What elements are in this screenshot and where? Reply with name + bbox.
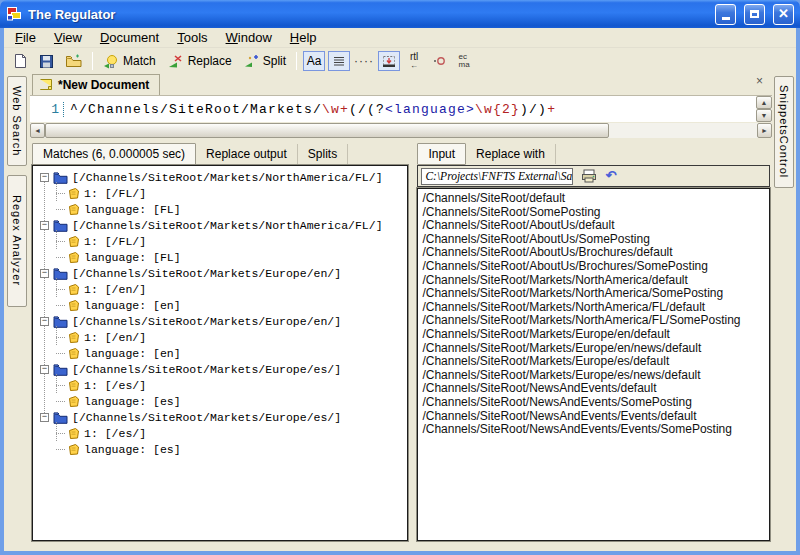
singleline-toggle[interactable]: ···· [353, 51, 375, 71]
match-row[interactable]: − [/Channels/SiteRoot/Markets/Europe/es/… [36, 361, 407, 377]
input-text-area[interactable]: /Channels/SiteRoot/default/Channels/Site… [417, 188, 770, 541]
capture-row[interactable]: language: [en] [56, 297, 407, 313]
right-tab-strip: SnippetsControl [772, 74, 796, 551]
input-tab-1[interactable]: Replace with [466, 144, 556, 164]
input-line: /Channels/SiteRoot/Markets/NorthAmerica/… [422, 286, 769, 300]
undo-icon[interactable]: ↶ [605, 170, 616, 182]
close-button[interactable]: ✕ [773, 4, 794, 25]
document-tab[interactable]: *New Document [32, 74, 160, 95]
match-row[interactable]: − [/Channels/SiteRoot/Markets/NorthAmeri… [36, 169, 407, 185]
regex-editor[interactable]: 1 ^/Channels/SiteRoot/Markets/\w+(/(?<la… [30, 96, 756, 122]
matches-tree-panel[interactable]: − [/Channels/SiteRoot/Markets/NorthAmeri… [32, 165, 408, 541]
editor-row: 1 ^/Channels/SiteRoot/Markets/\w+(/(?<la… [30, 96, 772, 122]
input-line: /Channels/SiteRoot/Markets/NorthAmerica/… [422, 313, 769, 327]
regex-segment: + [547, 102, 556, 117]
menu-item-document[interactable]: Document [91, 28, 168, 48]
match-button[interactable]: Match [98, 50, 161, 72]
scroll-right-icon[interactable]: ► [757, 123, 772, 138]
match-row[interactable]: − [/Channels/SiteRoot/Markets/Europe/en/… [36, 265, 407, 281]
scroll-down-icon[interactable]: ▼ [756, 109, 772, 122]
save-button[interactable] [34, 50, 59, 72]
menu-item-help[interactable]: Help [281, 28, 326, 48]
new-document-button[interactable] [8, 50, 33, 72]
menu-item-file[interactable]: File [6, 28, 45, 48]
results-pane: Matches (6, 0.000005 sec)Replace outputS… [30, 143, 408, 541]
menu-item-tools[interactable]: Tools [168, 28, 216, 48]
editor-horizontal-scrollbar[interactable]: ◄ ► [30, 123, 772, 138]
highlight-matches-toggle[interactable] [378, 51, 400, 71]
match-row[interactable]: − [/Channels/SiteRoot/Markets/NorthAmeri… [36, 217, 407, 233]
tab-snippets-control[interactable]: SnippetsControl [774, 76, 794, 188]
input-file-path-field[interactable]: C:\Projects\FNFTS External\Sample [421, 168, 573, 185]
capture-row[interactable]: language: [es] [56, 393, 407, 409]
compact-toggle[interactable] [428, 51, 450, 71]
results-tab-0[interactable]: Matches (6, 0.000005 sec) [32, 143, 196, 165]
capture-row[interactable]: language: [es] [56, 441, 407, 457]
app-icon [6, 6, 22, 22]
capture-row[interactable]: 1: [/es/] [56, 425, 407, 441]
input-line: /Channels/SiteRoot/Markets/Europe/es/new… [422, 368, 769, 382]
tag-icon [67, 283, 80, 296]
open-folder-icon [65, 54, 82, 68]
collapse-toggle-icon[interactable]: − [40, 221, 49, 230]
menu-item-window[interactable]: Window [217, 28, 281, 48]
ignore-case-toggle[interactable]: Aa [303, 51, 325, 71]
scrollbar-thumb[interactable] [45, 123, 609, 138]
rtl-arrow-icon: ← [410, 61, 418, 70]
match-row[interactable]: − [/Channels/SiteRoot/Markets/Europe/en/… [36, 313, 407, 329]
collapse-toggle-icon[interactable]: − [40, 269, 49, 278]
match-path-label: [/Channels/SiteRoot/Markets/Europe/en/] [72, 267, 341, 280]
input-line: /Channels/SiteRoot/SomePosting [422, 205, 769, 219]
collapse-toggle-icon[interactable]: − [40, 365, 49, 374]
pane-splitter[interactable] [408, 143, 417, 541]
capture-list: 1: [/es/] language: [es] [56, 425, 407, 457]
open-button[interactable] [60, 50, 87, 72]
collapse-toggle-icon[interactable]: − [40, 173, 49, 182]
scroll-up-icon[interactable]: ▲ [756, 96, 772, 109]
input-line: /Channels/SiteRoot/Markets/NorthAmerica/… [422, 273, 769, 287]
right-to-left-toggle[interactable]: rtl ← [403, 51, 425, 71]
capture-row[interactable]: language: [FL] [56, 201, 407, 217]
save-icon [39, 54, 54, 69]
multiline-toggle[interactable] [328, 51, 350, 71]
match-row[interactable]: − [/Channels/SiteRoot/Markets/Europe/es/… [36, 409, 407, 425]
menu-item-view[interactable]: View [45, 28, 91, 48]
client-area: FileViewDocumentToolsWindowHelp [4, 28, 796, 551]
input-tab-0[interactable]: Input [417, 143, 466, 165]
scrollbar-track[interactable] [609, 123, 757, 138]
capture-list: 1: [/es/] language: [es] [56, 377, 407, 409]
results-tab-1[interactable]: Replace output [196, 144, 298, 164]
capture-row[interactable]: 1: [/en/] [56, 281, 407, 297]
capture-row[interactable]: 1: [/en/] [56, 329, 407, 345]
capture-row[interactable]: language: [FL] [56, 249, 407, 265]
left-tab-strip: Web Search Regex Analyzer [4, 74, 30, 551]
editor-vertical-scrollbar[interactable]: ▲ ▼ [756, 96, 772, 122]
collapse-toggle-icon[interactable]: − [40, 413, 49, 422]
collapse-toggle-icon[interactable]: − [40, 317, 49, 326]
capture-label: 1: [/FL/] [84, 235, 146, 248]
tab-web-search[interactable]: Web Search [7, 76, 27, 166]
tag-icon [67, 235, 80, 248]
replace-button[interactable]: Replace [162, 50, 237, 72]
highlight-selection-icon [382, 55, 396, 68]
minimize-icon [722, 17, 730, 20]
capture-row[interactable]: 1: [/FL/] [56, 185, 407, 201]
document-close-icon[interactable]: × [753, 74, 766, 88]
results-tab-2[interactable]: Splits [298, 144, 348, 164]
capture-row[interactable]: language: [en] [56, 345, 407, 361]
split-button[interactable]: Split [238, 50, 291, 72]
capture-label: 1: [/en/] [84, 331, 146, 344]
tab-regex-analyzer[interactable]: Regex Analyzer [7, 175, 27, 307]
tag-icon [67, 203, 80, 216]
input-line: /Channels/SiteRoot/Markets/Europe/es/def… [422, 354, 769, 368]
folder-icon [53, 363, 68, 376]
scroll-left-icon[interactable]: ◄ [30, 123, 45, 138]
load-file-icon[interactable] [581, 169, 597, 183]
minimize-button[interactable] [715, 4, 736, 25]
capture-row[interactable]: 1: [/es/] [56, 377, 407, 393]
toolbar-separator [296, 52, 297, 70]
ecmascript-toggle[interactable]: ec ma [453, 51, 475, 71]
capture-row[interactable]: 1: [/FL/] [56, 233, 407, 249]
folder-icon [53, 219, 68, 232]
maximize-button[interactable] [744, 4, 765, 25]
